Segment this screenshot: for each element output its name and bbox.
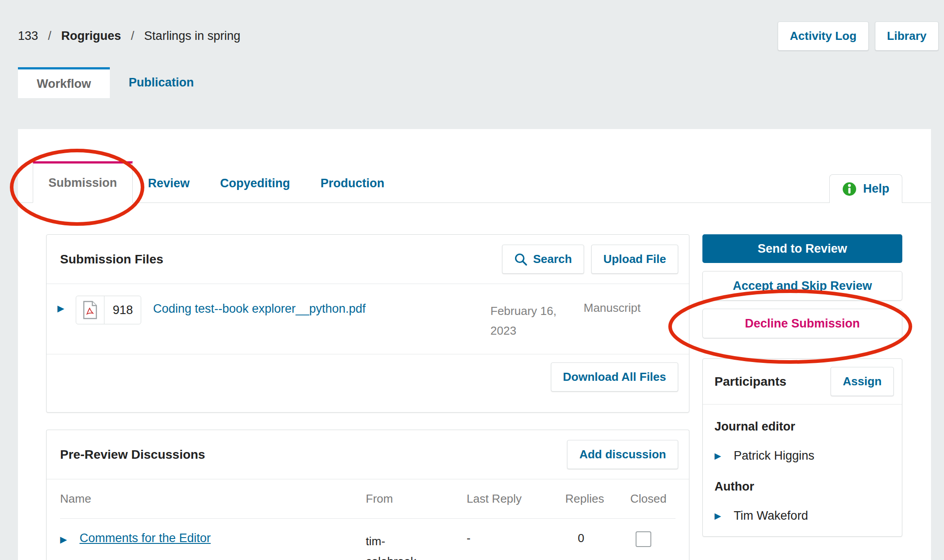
- column-header-replies: Replies: [565, 479, 630, 519]
- stage-tab-submission[interactable]: Submission: [33, 161, 133, 203]
- discussion-name-cell: ▶ Comments for the Editor: [60, 531, 366, 560]
- role-journal-editor: Journal editor: [714, 420, 890, 434]
- breadcrumb-submission-id: 133: [18, 29, 38, 43]
- header-buttons: Activity Log Library: [778, 22, 939, 51]
- discussion-replies-count: 0: [565, 531, 630, 560]
- accept-skip-review-button[interactable]: Accept and Skip Review: [702, 271, 902, 301]
- tab-publication[interactable]: Publication: [110, 67, 213, 98]
- send-to-review-button[interactable]: Send to Review: [702, 234, 902, 263]
- participant-row: ▶ Tim Wakeford: [714, 509, 890, 523]
- stage-content: Submission Files Search Upload File: [18, 203, 931, 560]
- search-button[interactable]: Search: [502, 245, 584, 274]
- file-id-chip: 918: [76, 296, 141, 324]
- search-label: Search: [533, 252, 572, 266]
- tab-workflow[interactable]: Workflow: [18, 67, 110, 98]
- discussions-table-header: Name From Last Reply Replies Closed: [47, 479, 689, 519]
- file-type: Manuscript: [584, 301, 676, 315]
- submission-files-title: Submission Files: [60, 252, 163, 267]
- discussion-link[interactable]: Comments for the Editor: [79, 531, 211, 545]
- file-id: 918: [104, 296, 141, 324]
- pdf-file-icon: [76, 296, 104, 324]
- discussions-title: Pre-Review Discussions: [60, 448, 205, 462]
- file-date: February 16, 2023: [490, 301, 567, 340]
- file-row: ▶ 918 Coding test--book explorer__python…: [47, 284, 689, 354]
- expand-triangle-icon[interactable]: ▶: [57, 304, 64, 313]
- stage-tab-review[interactable]: Review: [133, 164, 205, 203]
- submission-files-actions: Search Upload File: [502, 245, 678, 274]
- page-header: 133 / Rogrigues / Starlings in spring Ac…: [18, 22, 939, 51]
- download-all-files-button[interactable]: Download All Files: [551, 362, 678, 392]
- help-button[interactable]: Help: [829, 174, 902, 203]
- expand-triangle-icon[interactable]: ▶: [714, 512, 721, 520]
- participant-row: ▶ Patrick Higgins: [714, 449, 890, 463]
- column-header-name: Name: [60, 479, 366, 519]
- discussion-row: ▶ Comments for the Editor tim- colebrook…: [47, 519, 689, 560]
- add-discussion-button[interactable]: Add discussion: [567, 440, 678, 469]
- closed-checkbox[interactable]: [636, 531, 651, 547]
- upload-file-button[interactable]: Upload File: [591, 245, 678, 274]
- participants-header: Participants Assign: [703, 359, 902, 405]
- column-header-last-reply: Last Reply: [467, 479, 565, 519]
- role-author: Author: [714, 480, 890, 494]
- stage-tab-bar: Submission Review Copyediting Production…: [18, 129, 931, 203]
- left-column: Submission Files Search Upload File: [46, 234, 689, 560]
- submission-files-panel: Submission Files Search Upload File: [46, 234, 689, 413]
- decline-submission-button[interactable]: Decline Submission: [702, 309, 902, 338]
- submission-files-header: Submission Files Search Upload File: [47, 235, 689, 284]
- discussion-closed-cell: [630, 531, 676, 560]
- library-button[interactable]: Library: [875, 22, 939, 51]
- column-header-from: From: [366, 479, 467, 519]
- info-icon: [842, 182, 857, 196]
- column-header-closed: Closed: [630, 479, 676, 519]
- help-label: Help: [863, 182, 889, 196]
- breadcrumb: 133 / Rogrigues / Starlings in spring: [18, 29, 240, 43]
- activity-log-button[interactable]: Activity Log: [778, 22, 869, 51]
- workflow-panel: Submission Review Copyediting Production…: [18, 129, 931, 560]
- expand-triangle-icon[interactable]: ▶: [714, 452, 721, 460]
- participants-title: Participants: [714, 375, 786, 389]
- stage-tab-production[interactable]: Production: [305, 164, 400, 203]
- breadcrumb-author: Rogrigues: [61, 29, 121, 43]
- discussion-last-reply: -: [467, 531, 565, 560]
- expand-triangle-icon[interactable]: ▶: [60, 535, 67, 544]
- participants-list: Journal editor ▶ Patrick Higgins Author …: [703, 405, 902, 536]
- search-icon: [514, 253, 528, 266]
- discussion-from-cell: tim- colebrook 2022-11-17 05:53 PM: [366, 531, 467, 560]
- from-line: tim-: [366, 531, 467, 551]
- participant-name: Patrick Higgins: [734, 449, 814, 463]
- discussions-header: Pre-Review Discussions Add discussion: [47, 430, 689, 479]
- pre-review-discussions-panel: Pre-Review Discussions Add discussion Na…: [46, 430, 689, 560]
- assign-button[interactable]: Assign: [831, 367, 894, 396]
- from-line: colebrook: [366, 551, 467, 560]
- participant-name: Tim Wakeford: [734, 509, 808, 523]
- breadcrumb-title: Starlings in spring: [144, 29, 241, 43]
- main-tab-bar: Workflow Publication: [18, 67, 213, 98]
- decision-sidebar: Send to Review Accept and Skip Review De…: [702, 234, 902, 560]
- file-name-link[interactable]: Coding test--book explorer__python.pdf: [153, 302, 481, 316]
- download-row: Download All Files: [47, 354, 689, 412]
- breadcrumb-separator: /: [48, 29, 52, 43]
- breadcrumb-separator: /: [131, 29, 134, 43]
- participants-panel: Participants Assign Journal editor ▶ Pat…: [702, 358, 902, 537]
- stage-tab-copyediting[interactable]: Copyediting: [205, 164, 305, 203]
